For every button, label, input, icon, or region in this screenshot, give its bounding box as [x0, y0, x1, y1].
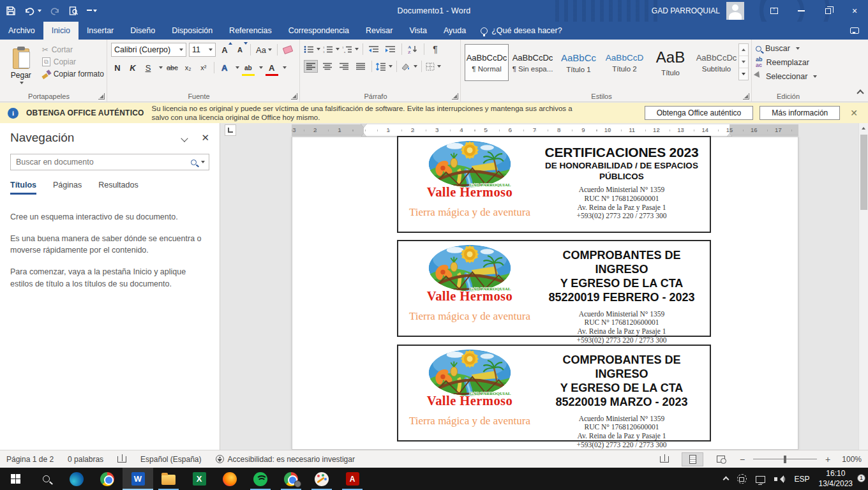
cut-button[interactable]: ✂Cortar: [42, 45, 104, 54]
dismiss-warning-button[interactable]: ✕: [850, 108, 858, 118]
feedback-button[interactable]: [850, 22, 859, 40]
taskbar-search-button[interactable]: [31, 468, 61, 490]
strikethrough-button[interactable]: abc: [165, 61, 179, 74]
portapapeles-dialog-launcher[interactable]: [98, 93, 105, 100]
network-icon[interactable]: [756, 476, 765, 483]
borders-button[interactable]: [426, 60, 441, 73]
nav-tab-titulos[interactable]: Títulos: [10, 181, 36, 195]
find-button[interactable]: Buscar: [756, 44, 831, 53]
style-titulo-2[interactable]: AaBbCcDTítulo 2: [602, 44, 647, 81]
restore-button[interactable]: [814, 0, 841, 22]
styles-scroll-up[interactable]: [739, 44, 748, 56]
increase-indent-button[interactable]: [384, 43, 398, 56]
account-name[interactable]: GAD PARROQUIAL: [652, 6, 720, 15]
clock[interactable]: 16:10 13/4/2023: [819, 469, 853, 489]
search-options-dropdown[interactable]: [201, 161, 205, 163]
style-normal[interactable]: AaBbCcDc¶ Normal: [465, 44, 509, 81]
tab-insertar[interactable]: Insertar: [79, 22, 122, 40]
show-hidden-icons-button[interactable]: [724, 474, 728, 484]
user-avatar[interactable]: [726, 2, 744, 20]
page-indicator[interactable]: Página 1 de 2: [6, 455, 54, 464]
multilevel-list-button[interactable]: 1a: [342, 43, 359, 56]
ruler[interactable]: 1231234567891011121314151617: [292, 124, 798, 136]
tab-disposicion[interactable]: Disposición: [163, 22, 221, 40]
search-input[interactable]: [11, 158, 191, 167]
tab-vista[interactable]: Vista: [401, 22, 435, 40]
taskbar-word[interactable]: W: [123, 468, 153, 490]
styles-scroll-down[interactable]: [739, 56, 748, 68]
align-right-button[interactable]: [337, 60, 351, 73]
show-marks-button[interactable]: ¶: [428, 43, 442, 56]
numbering-button[interactable]: 13: [323, 43, 340, 56]
search-icon[interactable]: [191, 160, 197, 165]
highlight-color-button[interactable]: ab: [242, 61, 255, 74]
grow-font-button[interactable]: A: [218, 43, 231, 56]
underline-dropdown[interactable]: [159, 66, 163, 69]
more-info-button[interactable]: Más información: [760, 106, 840, 120]
zoom-in-button[interactable]: +: [823, 454, 832, 464]
start-button[interactable]: [0, 468, 31, 490]
close-button[interactable]: ×: [841, 0, 868, 22]
estilos-dialog-launcher[interactable]: [743, 93, 749, 100]
get-genuine-office-button[interactable]: Obtenga Office auténtico: [645, 106, 754, 120]
superscript-button[interactable]: x²: [197, 61, 210, 74]
text-effects-dropdown[interactable]: [236, 66, 239, 69]
keyboard-language[interactable]: ESP: [795, 475, 810, 484]
bold-button[interactable]: N: [111, 61, 124, 74]
line-spacing-button[interactable]: [376, 60, 393, 73]
styles-gallery-more[interactable]: [739, 68, 748, 80]
taskbar-paint[interactable]: [306, 468, 337, 490]
tab-inicio[interactable]: Inicio: [43, 22, 79, 40]
scroll-up-arrow[interactable]: [859, 123, 868, 133]
tab-revisar[interactable]: Revisar: [357, 22, 401, 40]
format-painter-button[interactable]: Copiar formato: [42, 70, 104, 78]
minimize-button[interactable]: [788, 0, 814, 22]
collapse-ribbon-button[interactable]: [858, 88, 863, 98]
decrease-indent-button[interactable]: [367, 43, 381, 56]
shading-button[interactable]: [401, 60, 417, 73]
tab-archivo[interactable]: Archivo: [0, 22, 43, 40]
shrink-font-button[interactable]: A: [234, 43, 246, 56]
document-search-box[interactable]: [10, 154, 209, 170]
zoom-slider-thumb[interactable]: [784, 456, 786, 463]
taskbar-acrobat[interactable]: A: [337, 468, 368, 490]
font-color-button[interactable]: A: [266, 61, 278, 74]
print-layout-button[interactable]: [682, 452, 703, 466]
bullets-button[interactable]: [304, 43, 320, 56]
navigation-pane-close-button[interactable]: ✕: [201, 132, 209, 144]
subscript-button[interactable]: x₂: [182, 61, 195, 74]
tab-correspondencia[interactable]: Correspondencia: [280, 22, 357, 40]
font-color-dropdown[interactable]: [283, 66, 287, 69]
zoom-slider[interactable]: [753, 459, 817, 460]
align-left-button[interactable]: [304, 60, 318, 73]
web-layout-button[interactable]: [710, 452, 731, 466]
taskbar-chrome[interactable]: [92, 468, 123, 490]
nav-tab-paginas[interactable]: Páginas: [53, 181, 82, 195]
style-subtitulo[interactable]: AaBbCcDcSubtítulo: [694, 44, 738, 81]
tab-diseno[interactable]: Diseño: [122, 22, 163, 40]
taskbar-file-explorer[interactable]: [153, 468, 184, 490]
navigation-pane-options-button[interactable]: [182, 133, 187, 143]
font-family-combo[interactable]: Calibri (Cuerpo): [111, 43, 186, 57]
taskbar-excel[interactable]: X: [184, 468, 214, 490]
volume-icon[interactable]: [774, 475, 786, 484]
copy-button[interactable]: ⧉Copiar: [42, 57, 104, 66]
zoom-out-button[interactable]: −: [738, 454, 747, 464]
clear-formatting-button[interactable]: [281, 43, 294, 56]
justify-button[interactable]: [354, 60, 368, 73]
paste-button[interactable]: Pegar: [4, 43, 38, 90]
select-button[interactable]: Seleccionar: [756, 72, 831, 81]
scrollbar-thumb[interactable]: [860, 135, 867, 210]
fuente-dialog-launcher[interactable]: [291, 93, 297, 100]
language-indicator[interactable]: Español (España): [140, 455, 201, 464]
taskbar-spotify[interactable]: [245, 468, 276, 490]
font-size-combo[interactable]: 11: [189, 43, 216, 57]
meet-now-icon[interactable]: [737, 474, 747, 484]
tell-me-box[interactable]: ¿Qué desea hacer?: [474, 22, 569, 40]
zoom-level[interactable]: 100%: [839, 455, 862, 464]
text-effects-button[interactable]: A: [218, 61, 231, 74]
parrafo-dialog-launcher[interactable]: [452, 93, 458, 100]
taskbar-edge[interactable]: [61, 468, 92, 490]
nav-tab-resultados[interactable]: Resultados: [98, 181, 138, 195]
style-titulo[interactable]: AaBTítulo: [648, 44, 692, 81]
